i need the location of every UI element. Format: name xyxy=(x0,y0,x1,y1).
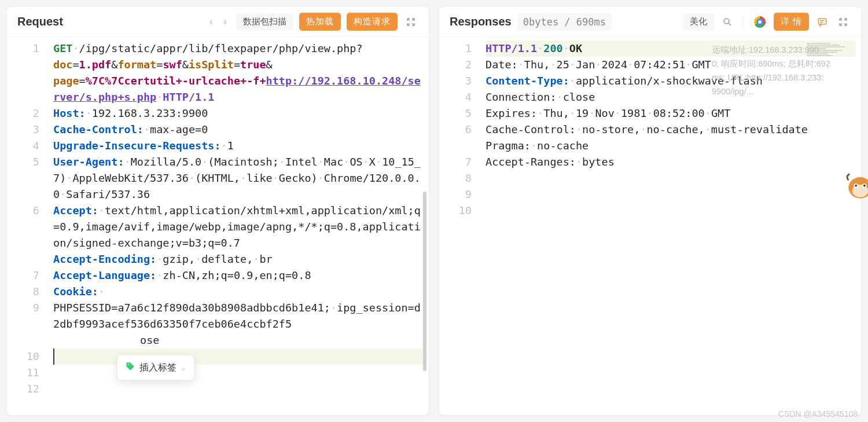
response-panel: Responses 0bytes / 690ms 美化 详 情 远端地址:192… xyxy=(439,7,861,415)
accept-encoding-value: gzip,·deflate,·br xyxy=(163,253,272,265)
request-panel: Request ‹ › 数据包扫描 热加载 构造请求 1 2 3 4 5 6 7… xyxy=(7,7,429,415)
response-metric: 0bytes / 690ms xyxy=(517,13,612,31)
expand-icon[interactable] xyxy=(836,14,851,30)
search-icon[interactable] xyxy=(720,14,735,30)
chevron-down-icon: ⌄ xyxy=(181,359,186,376)
request-header: Request ‹ › 数据包扫描 热加载 构造请求 xyxy=(7,7,429,37)
svg-point-6 xyxy=(855,185,857,187)
prev-icon[interactable]: ‹ xyxy=(206,14,216,29)
cursor-line[interactable] xyxy=(53,348,423,365)
request-code[interactable]: 1 2 3 4 5 6 7 8 9 10 11 12 GET·/ipg/stat… xyxy=(7,37,429,415)
http-method: GET xyxy=(53,42,72,54)
beautify-button[interactable]: 美化 xyxy=(683,13,714,31)
next-icon[interactable]: › xyxy=(220,14,230,29)
date-value: Thu,·25·Jan·2024·07:42:51·GMT xyxy=(524,58,711,71)
expires-value: Thu,·19·Nov·1981·08:52:00·GMT xyxy=(543,107,730,119)
response-title: Responses xyxy=(450,15,512,28)
chrome-icon[interactable] xyxy=(752,14,768,30)
cache-control-value: no-store,·no-cache,·must-revalidate xyxy=(582,123,808,135)
packet-scan-button[interactable]: 数据包扫描 xyxy=(236,13,293,31)
request-title: Request xyxy=(17,15,200,28)
request-body[interactable]: GET·/ipg/static/appr/lib/flexpaper/php/v… xyxy=(53,37,429,415)
request-scrollbar[interactable] xyxy=(423,78,426,403)
tag-icon xyxy=(126,359,135,376)
response-gutter: 1 2 3 4 5 6 7 8 9 10 xyxy=(439,37,486,415)
request-gutter: 1 2 3 4 5 6 7 8 9 10 11 12 xyxy=(7,37,53,415)
response-header: Responses 0bytes / 690ms 美化 详 情 xyxy=(439,7,861,37)
scrollbar-thumb[interactable] xyxy=(423,192,426,371)
build-request-button[interactable]: 构造请求 xyxy=(347,13,398,31)
response-code[interactable]: 1 2 3 4 5 6 7 8 9 10 HTTP/1.1·200·OK Dat… xyxy=(439,37,861,415)
status-line: HTTP/1.1·200·OK xyxy=(486,41,855,57)
details-button[interactable]: 详 情 xyxy=(774,13,809,31)
cookie-value: PHPSESSID=a7a6c12f890da30b8908adbbcd6b1e… xyxy=(53,302,421,330)
minimap[interactable] xyxy=(807,43,854,66)
svg-point-7 xyxy=(863,185,866,187)
watermark: CSDN @A345545108 xyxy=(778,409,858,419)
mascot-icon[interactable] xyxy=(844,171,868,203)
comment-icon[interactable] xyxy=(815,14,830,30)
svg-point-0 xyxy=(724,19,729,24)
expand-icon[interactable] xyxy=(403,14,418,30)
insert-tag-popup[interactable]: 插入标签 ⌄ xyxy=(117,355,194,380)
nav-arrows: ‹ › xyxy=(206,14,230,29)
insert-tag-label: 插入标签 xyxy=(139,359,176,376)
svg-rect-1 xyxy=(818,19,826,24)
hot-reload-button[interactable]: 热加载 xyxy=(299,13,341,31)
response-body[interactable]: HTTP/1.1·200·OK Date:·Thu,·25·Jan·2024·0… xyxy=(486,37,861,415)
